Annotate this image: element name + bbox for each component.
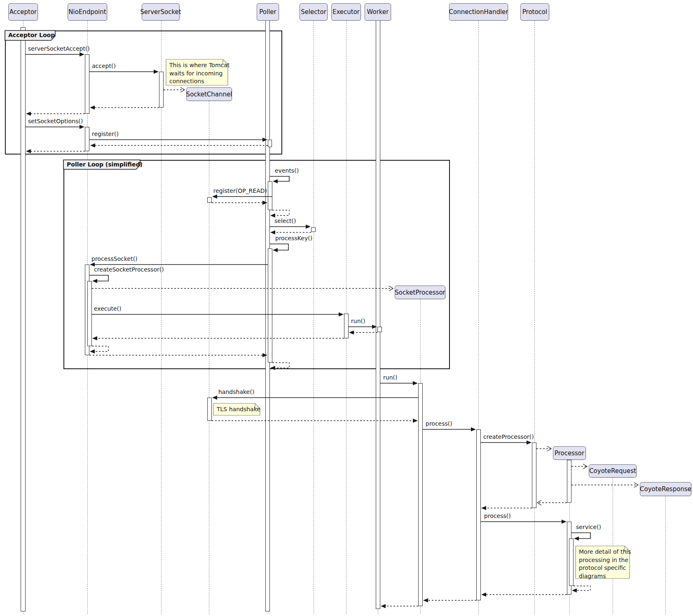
message-label: service() [576, 523, 601, 531]
message-label: createProcessor() [483, 433, 534, 440]
participant-label: Worker [367, 8, 389, 16]
message-label: run() [383, 374, 397, 381]
message-label: select() [274, 217, 296, 225]
message-label: register(OP_READ) [160, 187, 267, 194]
created-object-box-coyoterequest: CoyoteRequest [589, 464, 637, 478]
note: More detail of thisprocessing in theprot… [579, 548, 627, 580]
note-text-line: TLS handshake [217, 405, 258, 414]
note-text-line: More detail of this [579, 548, 627, 556]
note-text-line: diagrams [579, 572, 627, 581]
message-label: events() [275, 167, 299, 174]
participant-box-poller: Poller [257, 3, 279, 21]
created-object-label: CoyoteRequest [589, 467, 636, 475]
created-object-label: Processor [555, 450, 584, 457]
created-object-box-socketchannel: SocketChannel [186, 87, 232, 101]
message-label: serverSocketAccept() [28, 45, 90, 52]
message-label: createSocketProcessor() [94, 266, 164, 273]
participant-box-serversocket: ServerSocket [142, 3, 180, 21]
note-text-line: This is where Tomcat [169, 61, 225, 70]
message-label: handshake() [218, 388, 254, 396]
note: TLS handshake [217, 405, 258, 414]
created-object-box-socketprocessor: SocketProcessor [395, 286, 445, 299]
participant-box-selector: Selector [300, 3, 328, 21]
note-text-line: protocol specific [579, 564, 627, 572]
message-label: register() [92, 130, 119, 138]
labels-layer: Acceptor LoopPoller Loop (simplified)ser… [0, 0, 693, 616]
note-text-line: connections [169, 77, 225, 86]
note: This is where Tomcatwaits for incomingco… [169, 61, 225, 86]
message-label: accept() [92, 62, 116, 70]
message-label: process() [484, 512, 511, 520]
frame-label: Poller Loop (simplified) [63, 160, 148, 168]
participant-label: Protocol [522, 8, 547, 16]
participant-label: ServerSocket [140, 8, 181, 16]
participant-label: NioEndpoint [68, 8, 106, 16]
participant-label: Selector [301, 8, 326, 16]
participant-box-executor: Executor [331, 3, 361, 21]
created-object-box-processor: Processor [553, 446, 586, 460]
note-text-line: waits for incoming [169, 70, 225, 78]
created-object-label: SocketChannel [186, 91, 232, 98]
created-object-label: SocketProcessor [395, 289, 445, 296]
message-label: processSocket() [91, 255, 138, 262]
message-label: run() [351, 317, 365, 325]
created-object-label: CoyoteResponse [640, 485, 691, 493]
message-label: processKey() [275, 234, 312, 242]
participant-box-protocol: Protocol [520, 3, 549, 21]
participant-box-nioendpoint: NioEndpoint [68, 3, 107, 21]
participant-box-connectionhandler: ConnectionHandler [449, 3, 508, 21]
participant-label: Executor [332, 8, 360, 16]
participant-label: ConnectionHandler [449, 8, 508, 16]
note-text-line: processing in the [579, 556, 627, 564]
frame-label: Acceptor Loop [5, 30, 61, 38]
participant-box-worker: Worker [365, 3, 391, 21]
participant-label: Poller [259, 8, 276, 16]
participant-box-acceptor: Acceptor [8, 3, 38, 21]
participant-label: Acceptor [9, 8, 37, 16]
message-label: setSocketOptions() [28, 117, 83, 125]
created-object-box-coyoteresponse: CoyoteResponse [640, 482, 691, 496]
message-label: process() [426, 420, 452, 427]
sequence-diagram: Acceptor LoopPoller Loop (simplified)ser… [0, 0, 693, 616]
message-label: execute() [94, 305, 121, 312]
